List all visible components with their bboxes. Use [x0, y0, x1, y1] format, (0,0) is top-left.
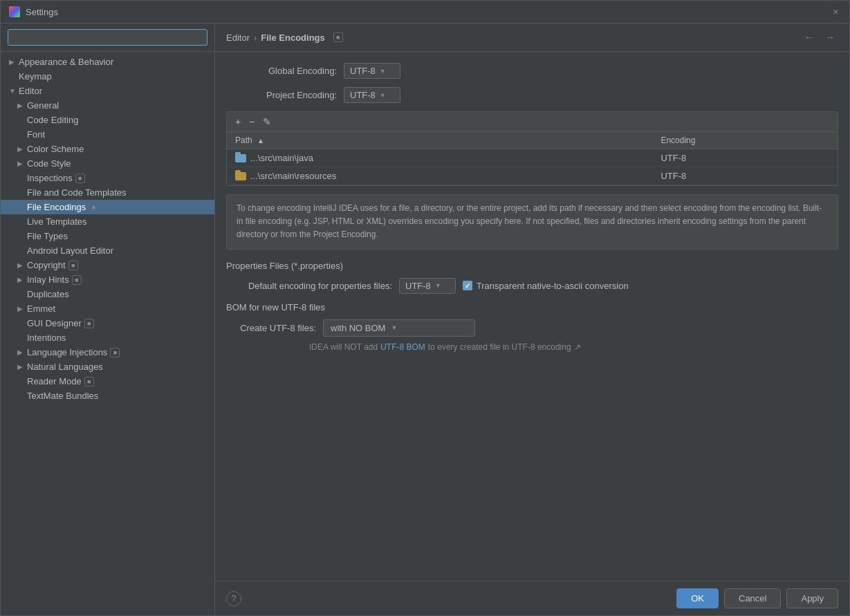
sidebar-item-duplicates[interactable]: Duplicates [1, 287, 214, 301]
apply-button[interactable]: Apply [786, 588, 838, 608]
sidebar-item-textmate-bundles[interactable]: TextMate Bundles [1, 389, 214, 403]
col-path[interactable]: Path ▲ [227, 132, 652, 149]
properties-section-title: Properties Files (*.properties) [226, 261, 838, 271]
project-encoding-row: Project Encoding: UTF-8 ▼ [226, 87, 838, 103]
help-button[interactable]: ? [226, 591, 241, 606]
sidebar-item-code-editing[interactable]: Code Editing [1, 113, 214, 127]
sidebar-item-label: General [27, 100, 59, 111]
sidebar-item-label: Language Injections [27, 347, 107, 357]
folder-icon [235, 154, 246, 162]
main-panel: Editor › File Encodings ■ ← → Global Enc… [215, 24, 849, 615]
sidebar-item-gui-designer[interactable]: GUI Designer ■ [1, 316, 214, 330]
sidebar-item-language-injections[interactable]: ▶ Language Injections ■ [1, 345, 214, 360]
table-row[interactable]: ...\src\main\resources UTF-8 [227, 167, 838, 185]
panel-nav: ← → [801, 30, 838, 44]
global-encoding-label: Global Encoding: [226, 66, 337, 76]
project-encoding-value: UTF-8 [350, 90, 376, 100]
indicator-icon: ■ [68, 261, 78, 270]
indicator-icon: ■ [75, 174, 85, 183]
sidebar-item-label: GUI Designer [27, 318, 82, 328]
header-indicator-icon: ■ [333, 32, 343, 42]
back-button[interactable]: ← [801, 30, 817, 44]
sidebar-item-label: Appearance & Behavior [19, 57, 113, 67]
create-utf8-row: Create UTF-8 files: with NO BOM ▼ [226, 319, 838, 337]
sidebar-item-color-scheme[interactable]: ▶ Color Scheme [1, 142, 214, 156]
sidebar-item-label: Editor [19, 86, 42, 96]
sidebar-item-natural-languages[interactable]: ▶ Natural Languages [1, 360, 214, 374]
sidebar-item-inlay-hints[interactable]: ▶ Inlay Hints ■ [1, 272, 214, 287]
edit-button[interactable]: ✎ [260, 115, 274, 129]
global-encoding-dropdown[interactable]: UTF-8 ▼ [344, 63, 400, 79]
settings-dialog: Settings × ▶ Appearance & Behavior Keyma… [0, 0, 850, 616]
expand-icon: ▶ [17, 160, 24, 167]
sidebar-item-general[interactable]: ▶ General [1, 98, 214, 113]
chevron-down-icon: ▼ [435, 282, 441, 289]
sidebar-item-font[interactable]: Font [1, 127, 214, 142]
default-enc-value: UTF-8 [405, 281, 431, 291]
sidebar-item-reader-mode[interactable]: Reader Mode ■ [1, 374, 214, 389]
sidebar-item-appearance[interactable]: ▶ Appearance & Behavior [1, 55, 214, 69]
sidebar-item-label: Code Style [27, 158, 71, 169]
remove-button[interactable]: − [246, 115, 257, 129]
sidebar-item-label: File and Code Templates [27, 187, 127, 198]
breadcrumb-separator: › [254, 32, 257, 43]
breadcrumb-parent[interactable]: Editor [226, 32, 250, 43]
sidebar-item-file-types[interactable]: File Types [1, 229, 214, 243]
search-input[interactable] [8, 29, 207, 46]
sidebar-item-label: Duplicates [27, 289, 69, 299]
sidebar-item-emmet[interactable]: ▶ Emmet [1, 301, 214, 316]
sidebar-item-file-code-templates[interactable]: File and Code Templates [1, 185, 214, 200]
sidebar-item-live-templates[interactable]: Live Templates [1, 214, 214, 229]
sidebar-item-code-style[interactable]: ▶ Code Style [1, 156, 214, 171]
title-bar: Settings × [1, 1, 849, 24]
expand-icon: ▶ [17, 145, 24, 153]
chevron-down-icon: ▼ [380, 68, 386, 75]
cancel-button[interactable]: Cancel [724, 588, 781, 608]
info-box: To change encoding IntelliJ IDEA uses fo… [226, 194, 838, 250]
encoding-cell: UTF-8 [652, 149, 838, 167]
transparent-checkbox[interactable] [463, 281, 472, 290]
default-enc-dropdown[interactable]: UTF-8 ▼ [399, 278, 456, 294]
note-link[interactable]: UTF-8 BOM [380, 342, 425, 352]
sidebar-tree: ▶ Appearance & Behavior Keymap ▼ Editor … [1, 52, 214, 615]
indicator-icon: ■ [110, 348, 120, 357]
sidebar-item-label: Font [27, 129, 45, 140]
indicator-icon: ■ [84, 319, 94, 328]
expand-icon: ▼ [9, 87, 16, 95]
sidebar: ▶ Appearance & Behavior Keymap ▼ Editor … [1, 24, 215, 615]
info-text: To change encoding IntelliJ IDEA uses fo… [237, 203, 822, 239]
footer-buttons: OK Cancel Apply [676, 588, 838, 608]
add-button[interactable]: + [232, 115, 243, 129]
bom-value: with NO BOM [331, 323, 385, 333]
close-button[interactable]: × [830, 6, 841, 17]
bom-dropdown[interactable]: with NO BOM ▼ [323, 319, 475, 337]
project-encoding-dropdown[interactable]: UTF-8 ▼ [344, 87, 400, 103]
sidebar-item-intentions[interactable]: Intentions [1, 330, 214, 345]
footer-bar: ? OK Cancel Apply [215, 581, 849, 615]
bom-note: IDEA will NOT add UTF-8 BOM to every cre… [226, 342, 838, 352]
sidebar-item-label: Inspections [27, 173, 73, 183]
forward-button[interactable]: → [822, 30, 838, 44]
sidebar-item-inspections[interactable]: Inspections ■ [1, 171, 214, 185]
panel-header: Editor › File Encodings ■ ← → [215, 24, 849, 52]
breadcrumb: Editor › File Encodings ■ [226, 32, 343, 43]
sidebar-item-file-encodings[interactable]: File Encodings ■ [1, 200, 214, 214]
encoding-table: Path ▲ Encoding [227, 132, 838, 185]
sidebar-item-label: File Types [27, 231, 68, 241]
sidebar-item-copyright[interactable]: ▶ Copyright ■ [1, 258, 214, 272]
path-cell: ...\src\main\java [227, 149, 652, 167]
note-suffix: to every created file in UTF-8 encoding [428, 342, 571, 352]
title-bar-left: Settings [9, 6, 58, 17]
expand-icon: ▶ [17, 348, 24, 356]
sidebar-item-android-layout[interactable]: Android Layout Editor [1, 243, 214, 258]
table-row[interactable]: ...\src\main\java UTF-8 [227, 149, 838, 167]
expand-icon: ▶ [17, 276, 24, 283]
encoding-table-container: + − ✎ Path ▲ Encoding [226, 111, 838, 186]
indicator-icon: ■ [72, 275, 82, 285]
sidebar-item-editor[interactable]: ▼ Editor [1, 84, 214, 98]
transparent-label: Transparent native-to-ascii conversion [477, 281, 629, 291]
sidebar-item-label: Intentions [27, 333, 66, 343]
sidebar-item-keymap[interactable]: Keymap [1, 69, 214, 84]
ok-button[interactable]: OK [676, 588, 719, 608]
default-encoding-row: Default encoding for properties files: U… [226, 278, 838, 294]
